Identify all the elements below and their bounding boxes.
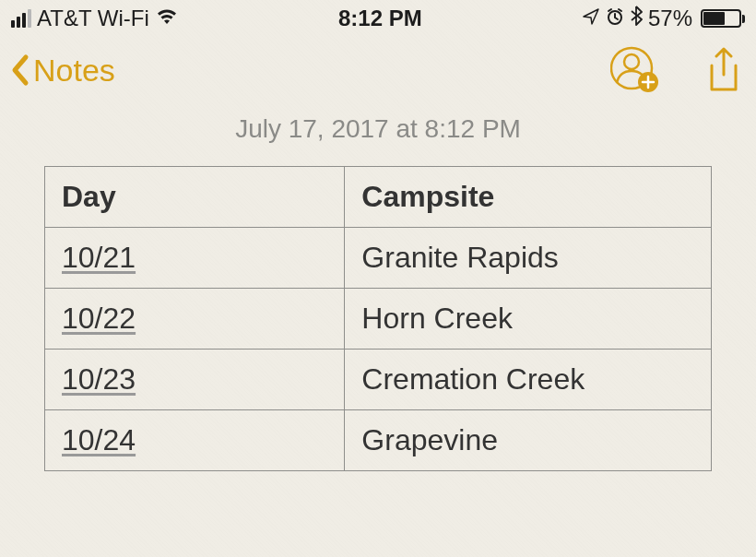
signal-icon (11, 9, 31, 28)
date-cell[interactable]: 10/24 (62, 423, 136, 456)
add-person-button[interactable] (610, 45, 660, 95)
header-campsite: Campsite (345, 167, 712, 228)
table-row[interactable]: 10/23 Cremation Creek (45, 350, 712, 410)
nav-bar: Notes (0, 37, 756, 103)
alarm-icon (606, 6, 624, 31)
status-right: 57% (582, 6, 745, 31)
header-day: Day (45, 167, 345, 228)
carrier-label: AT&T Wi-Fi (37, 6, 149, 31)
share-icon (706, 47, 741, 93)
campsite-cell[interactable]: Granite Rapids (345, 228, 712, 289)
share-button[interactable] (706, 47, 741, 93)
campsite-cell[interactable]: Cremation Creek (345, 350, 712, 410)
note-timestamp: July 17, 2017 at 8:12 PM (0, 103, 756, 166)
status-bar: AT&T Wi-Fi 8:12 PM 57% (0, 0, 756, 37)
status-time: 8:12 PM (179, 6, 582, 31)
table-row[interactable]: 10/21 Granite Rapids (45, 228, 712, 289)
battery-percent: 57% (648, 6, 692, 31)
campsite-table[interactable]: Day Campsite 10/21 Granite Rapids 10/22 … (44, 166, 712, 471)
wifi-icon (155, 7, 179, 30)
table-header-row: Day Campsite (45, 167, 712, 228)
table-row[interactable]: 10/24 Grapevine (45, 410, 712, 471)
location-icon (582, 6, 600, 31)
bluetooth-icon (630, 6, 643, 31)
back-button[interactable]: Notes (7, 52, 115, 89)
chevron-left-icon (7, 52, 31, 89)
note-content[interactable]: Day Campsite 10/21 Granite Rapids 10/22 … (0, 166, 756, 471)
back-label: Notes (33, 53, 115, 89)
date-cell[interactable]: 10/22 (62, 302, 136, 335)
campsite-cell[interactable]: Horn Creek (345, 289, 712, 350)
date-cell[interactable]: 10/23 (62, 362, 136, 396)
campsite-cell[interactable]: Grapevine (345, 410, 712, 471)
svg-point-2 (624, 54, 639, 69)
battery-icon (698, 9, 745, 28)
date-cell[interactable]: 10/21 (62, 241, 136, 274)
table-row[interactable]: 10/22 Horn Creek (45, 289, 712, 350)
person-add-icon (610, 45, 660, 95)
status-left: AT&T Wi-Fi (11, 6, 179, 31)
